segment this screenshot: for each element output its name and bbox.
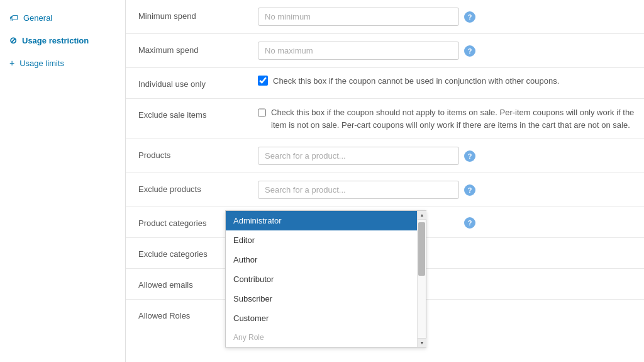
individual-use-cell: Check this box if the coupon cannot be u…: [252, 68, 644, 99]
dropdown-items-col: Administrator Editor Author Contributor …: [226, 211, 417, 347]
maximum-spend-help-icon[interactable]: ?: [464, 45, 475, 57]
maximum-spend-label: Maximum spend: [126, 34, 252, 68]
scroll-thumb: [418, 222, 425, 276]
dropdown-item-author[interactable]: Author: [226, 250, 417, 269]
restriction-icon: ⊘: [9, 35, 17, 45]
exclude-sale-items-description: Check this box if the coupon should not …: [271, 106, 638, 131]
exclude-sale-items-cell: Check this box if the coupon should not …: [252, 99, 644, 139]
exclude-products-field-row: ?: [258, 181, 638, 199]
tag-icon: 🏷: [9, 13, 18, 23]
dropdown-scrollbar: ▲ ▼: [417, 211, 426, 347]
individual-use-row: Individual use only Check this box if th…: [126, 68, 644, 99]
scroll-track: [418, 220, 426, 338]
minimum-spend-label: Minimum spend: [126, 0, 252, 34]
plus-icon: +: [9, 58, 14, 68]
maximum-spend-field-row: ?: [258, 42, 638, 60]
exclude-products-help-icon[interactable]: ?: [464, 184, 475, 196]
products-search-input[interactable]: [258, 147, 459, 165]
exclude-sale-items-label: Exclude sale items: [126, 99, 252, 139]
exclude-sale-items-row: Exclude sale items Check this box if the…: [126, 99, 644, 139]
products-label: Products: [126, 139, 252, 173]
minimum-spend-cell: ?: [252, 0, 644, 34]
exclude-products-search-input[interactable]: [258, 181, 459, 199]
products-help-icon[interactable]: ?: [464, 150, 475, 162]
products-row: Products ?: [126, 139, 644, 173]
product-categories-help-icon[interactable]: ?: [464, 217, 475, 229]
dropdown-placeholder-any-role: Any Role: [226, 328, 417, 347]
maximum-spend-cell: ?: [252, 34, 644, 68]
dropdown-item-customer[interactable]: Customer: [226, 308, 417, 328]
sidebar: 🏷 General ⊘ Usage restriction + Usage li…: [0, 0, 126, 362]
dropdown-overlay: Administrator Editor Author Contributor …: [225, 210, 426, 348]
sidebar-item-usage-restriction[interactable]: ⊘ Usage restriction: [0, 29, 125, 52]
exclude-sale-items-field-row: Check this box if the coupon should not …: [258, 106, 638, 131]
scroll-up-button[interactable]: ▲: [418, 211, 426, 220]
maximum-spend-row: Maximum spend ?: [126, 34, 644, 68]
products-cell: ?: [252, 139, 644, 173]
dropdown-item-editor[interactable]: Editor: [226, 230, 417, 250]
individual-use-label: Individual use only: [126, 68, 252, 99]
dropdown-item-contributor[interactable]: Contributor: [226, 269, 417, 289]
dropdown-item-administrator[interactable]: Administrator: [226, 211, 417, 230]
sidebar-item-general[interactable]: 🏷 General: [0, 6, 125, 29]
sidebar-item-general-label: General: [23, 13, 52, 23]
minimum-spend-help-icon[interactable]: ?: [464, 11, 475, 23]
individual-use-checkbox-label: Check this box if the coupon cannot be u…: [273, 76, 559, 86]
minimum-spend-input[interactable]: [258, 8, 459, 26]
minimum-spend-field-row: ?: [258, 8, 638, 26]
individual-use-checkbox[interactable]: [258, 76, 268, 86]
minimum-spend-row: Minimum spend ?: [126, 0, 644, 34]
sidebar-item-usage-restriction-label: Usage restriction: [22, 36, 89, 45]
sidebar-item-usage-limits-label: Usage limits: [19, 59, 64, 68]
products-field-row: ?: [258, 147, 638, 165]
exclude-products-row: Exclude products ?: [126, 173, 644, 207]
maximum-spend-input[interactable]: [258, 42, 459, 60]
dropdown-item-subscriber[interactable]: Subscriber: [226, 289, 417, 308]
exclude-products-cell: ?: [252, 173, 644, 207]
scroll-down-button[interactable]: ▼: [418, 338, 426, 347]
exclude-sale-items-checkbox[interactable]: [258, 108, 266, 118]
sidebar-item-usage-limits[interactable]: + Usage limits: [0, 52, 125, 74]
exclude-products-label: Exclude products: [126, 173, 252, 207]
individual-use-field-row: Check this box if the coupon cannot be u…: [258, 76, 638, 86]
